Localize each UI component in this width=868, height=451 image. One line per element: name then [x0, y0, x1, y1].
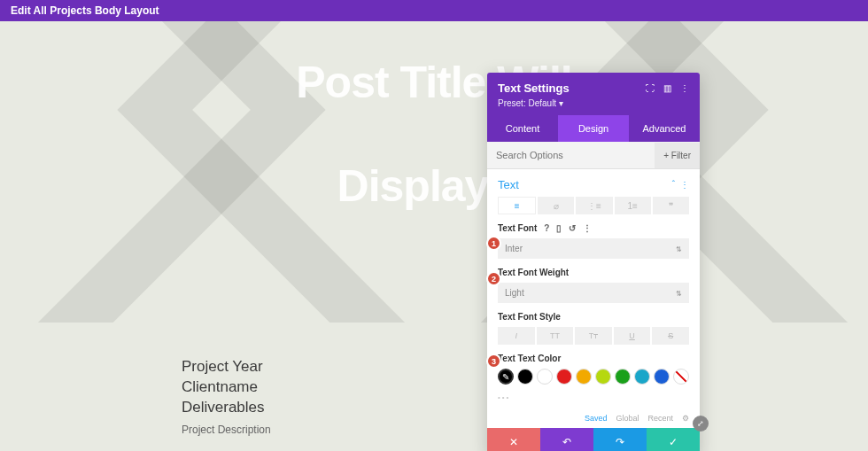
hero-title-line1: Post Title Will: [0, 57, 868, 108]
color-swatch[interactable]: [576, 369, 592, 385]
settings-panel: Text Settings ⛶ ▥ ⋮ Preset: Default ▾ Co…: [487, 73, 700, 451]
uppercase-button[interactable]: TT: [537, 327, 574, 345]
hero-title-line2: Display H: [0, 160, 868, 212]
columns-icon[interactable]: ▥: [663, 83, 671, 93]
panel-footer: ✕ ↶ ↷ ✓: [487, 428, 700, 451]
section-title: Text: [498, 178, 519, 191]
style-label: Text Font Style: [498, 312, 561, 322]
select-arrow-icon: ⇅: [676, 289, 682, 297]
align-row: ≡ ⌀ ⋮≡ 1≡ ❞: [487, 197, 700, 223]
tab-content[interactable]: Content: [487, 115, 558, 142]
strike-button[interactable]: S: [652, 327, 689, 345]
font-select[interactable]: Inter: [498, 238, 689, 259]
italic-button[interactable]: I: [498, 327, 535, 345]
color-label: Text Text Color: [498, 354, 561, 363]
redo-button[interactable]: ↷: [593, 428, 647, 451]
style-section: Text Font Style I TT Tᴛ U S: [487, 312, 700, 354]
color-section: Text Text Color ✎: [487, 354, 700, 393]
section-more-icon[interactable]: ⋮: [680, 180, 689, 190]
text-section-header[interactable]: Text ˆ ⋮: [487, 169, 700, 197]
save-button[interactable]: ✓: [647, 428, 700, 451]
color-more-button[interactable]: •••: [487, 393, 700, 408]
weight-select[interactable]: Light: [498, 283, 689, 303]
weight-label: Text Font Weight: [498, 268, 569, 277]
more-icon[interactable]: ⋮: [680, 83, 689, 93]
filter-button[interactable]: + Filter: [655, 143, 700, 168]
color-swatch[interactable]: [615, 369, 631, 385]
tab-design[interactable]: Design: [558, 115, 629, 142]
tab-advanced[interactable]: Advanced: [629, 115, 700, 142]
color-swatch[interactable]: [517, 369, 533, 385]
annotation-badge-2: 2: [486, 271, 501, 286]
color-swatch[interactable]: [556, 369, 572, 385]
color-swatch-none[interactable]: [673, 369, 689, 385]
color-tabs: Saved Global Recent ⚙: [487, 408, 700, 428]
drag-handle[interactable]: ⤢: [693, 416, 709, 432]
expand-icon[interactable]: ⛶: [646, 83, 655, 93]
smallcaps-button[interactable]: Tᴛ: [575, 327, 612, 345]
align-link-button[interactable]: ⌀: [538, 197, 574, 214]
top-bar-title: Edit All Projects Body Layout: [11, 4, 159, 17]
panel-header: Text Settings ⛶ ▥ ⋮ Preset: Default ▾: [487, 73, 700, 115]
help-icon[interactable]: ?: [544, 223, 549, 233]
align-ul-button[interactable]: ⋮≡: [576, 197, 612, 214]
chevron-up-icon[interactable]: ˆ: [672, 180, 675, 190]
content-area: Project Year Clientname Deliverables Pro…: [0, 323, 868, 436]
color-swatch[interactable]: [654, 369, 670, 385]
reset-icon[interactable]: ↺: [569, 223, 576, 233]
font-label: Text Font: [498, 223, 537, 233]
color-tab-global[interactable]: Global: [616, 414, 639, 423]
search-input[interactable]: [487, 142, 655, 168]
tabs: Content Design Advanced: [487, 115, 700, 142]
panel-title: Text Settings: [498, 82, 570, 95]
search-row: + Filter: [487, 142, 700, 169]
gear-icon[interactable]: ⚙: [682, 414, 689, 423]
align-quote-button[interactable]: ❞: [653, 197, 689, 214]
preset-label[interactable]: Preset: Default ▾: [498, 98, 689, 108]
hero-area: Post Title Will Display H: [0, 21, 868, 323]
select-arrow-icon: ⇅: [676, 245, 682, 253]
underline-button[interactable]: U: [614, 327, 651, 345]
color-swatch[interactable]: [634, 369, 650, 385]
responsive-icon[interactable]: ▯: [556, 223, 562, 233]
color-swatch[interactable]: [537, 369, 553, 385]
color-tab-recent[interactable]: Recent: [647, 414, 673, 423]
color-swatch[interactable]: [595, 369, 611, 385]
align-ol-button[interactable]: 1≡: [615, 197, 651, 214]
font-section: Text Font ? ▯ ↺ ⋮ Inter ⇅: [487, 223, 700, 268]
eyedropper-button[interactable]: ✎: [498, 369, 514, 385]
weight-section: Text Font Weight Light ⇅: [487, 268, 700, 312]
close-button[interactable]: ✕: [487, 428, 540, 451]
annotation-badge-1: 1: [486, 236, 501, 251]
undo-button[interactable]: ↶: [540, 428, 593, 451]
annotation-badge-3: 3: [486, 354, 501, 369]
font-more-icon[interactable]: ⋮: [583, 223, 592, 233]
align-left-button[interactable]: ≡: [498, 197, 536, 214]
color-tab-saved[interactable]: Saved: [585, 414, 608, 423]
top-bar: Edit All Projects Body Layout: [0, 0, 868, 21]
